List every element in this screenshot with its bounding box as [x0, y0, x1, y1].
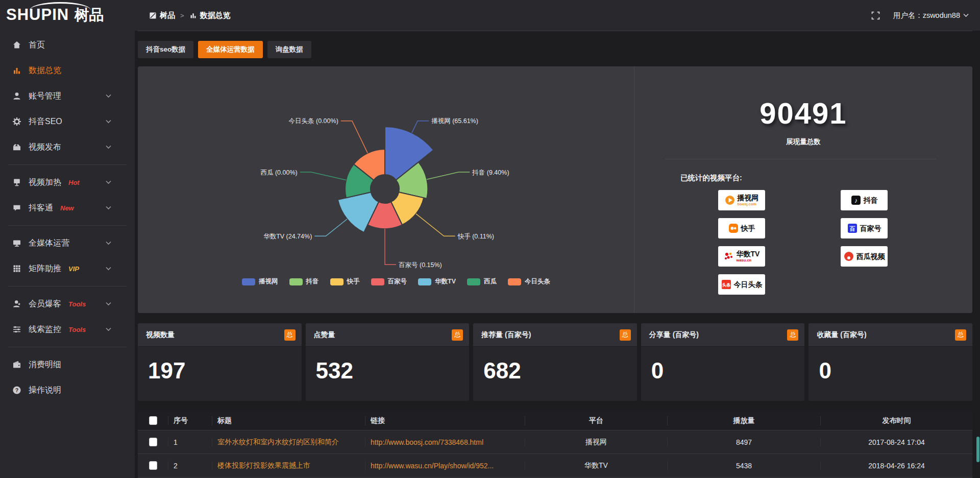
platform-badge-今日头条[interactable]: 头条今日头条 — [718, 274, 765, 295]
sidebar-item-2[interactable]: 数据总览 — [0, 58, 135, 83]
pie-label: 华数TV (24.74%) — [263, 233, 312, 240]
wasu-burst-icon — [724, 251, 734, 261]
legend-label: 华数TV — [435, 277, 456, 286]
sidebar-item-11[interactable]: 线索监控Tools — [0, 317, 135, 342]
baijiahao-icon: 百 — [847, 223, 857, 233]
cell-time: 2017-08-24 17:04 — [821, 438, 972, 446]
svg-text:?: ? — [15, 387, 18, 393]
select-all-cell — [138, 416, 168, 425]
total-badge[interactable]: 总 — [787, 329, 798, 341]
stat-card-value: 682 — [473, 347, 637, 384]
sidebar-item-4[interactable]: 抖音SEO — [0, 109, 135, 134]
pie-label: 抖音 (9.40%) — [472, 169, 509, 176]
stat-card-value: 197 — [138, 347, 302, 384]
sidebar-item-13[interactable]: ?操作说明 — [0, 377, 135, 403]
sliders-icon — [12, 325, 21, 334]
select-all-checkbox[interactable] — [149, 416, 157, 425]
platform-subtext: boosj.com — [738, 202, 757, 206]
platforms-grid: 播视网boosj.com♪抖音快手百百家号华数TVwasu.cn西瓜视频头条今日… — [718, 190, 972, 295]
sidebar-item-6[interactable]: 视频加热Hot — [0, 170, 135, 195]
legend-item-华数TV[interactable]: 华数TV — [418, 277, 456, 286]
legend-item-快手[interactable]: 快手 — [330, 277, 360, 286]
legend-label: 抖音 — [306, 277, 319, 286]
toutiao-icon: 头条 — [721, 279, 731, 290]
chevron-down-icon — [106, 327, 111, 331]
stat-card-header: 分享量 (百家号)总 — [641, 323, 805, 347]
cell-title-link[interactable]: 楼体投影灯投影效果震撼上市 — [212, 461, 365, 470]
pie-label-line — [314, 219, 347, 236]
svg-text:百: 百 — [849, 226, 855, 232]
stat-card-header: 点赞量总 — [306, 323, 470, 347]
legend-item-百家号[interactable]: 百家号 — [371, 277, 407, 286]
col-header-plays: 播放量 — [668, 416, 821, 425]
sidebar-item-9[interactable]: 矩阵助推VIP — [0, 256, 135, 281]
breadcrumb-separator: > — [180, 12, 184, 19]
user-menu[interactable]: 用户名：zswodun88 — [893, 11, 969, 20]
sidebar-item-7[interactable]: 抖客通New — [0, 195, 135, 221]
header-divider — [138, 31, 972, 31]
total-badge[interactable]: 总 — [452, 329, 463, 341]
platform-badge-百家号[interactable]: 百百家号 — [841, 218, 888, 238]
legend-item-播视网[interactable]: 播视网 — [242, 277, 278, 286]
legend-swatch — [371, 278, 384, 285]
row-checkbox[interactable] — [149, 438, 157, 446]
cell-url-link[interactable]: http://www.wasu.cn/Play/show/id/952... — [365, 462, 525, 470]
legend-swatch — [289, 278, 303, 285]
legend-label: 百家号 — [388, 277, 407, 286]
sidebar-item-label: 全媒体运营 — [29, 238, 69, 249]
wallet-icon — [12, 360, 21, 369]
legend-item-今日头条[interactable]: 今日头条 — [508, 277, 550, 286]
tab-3[interactable]: 询盘数据 — [267, 41, 311, 58]
cell-title-link[interactable]: 室外水纹灯和室内水纹灯的区别和简介 — [212, 438, 365, 447]
platform-name: 快手 — [741, 225, 755, 232]
sidebar-item-label: 操作说明 — [29, 385, 61, 396]
breadcrumb-home[interactable]: 树品 — [149, 11, 175, 20]
total-badge[interactable]: 总 — [620, 329, 631, 341]
row-checkbox[interactable] — [149, 461, 157, 470]
total-badge[interactable]: 总 — [955, 329, 966, 341]
platform-badge-西瓜视频[interactable]: 西瓜视频 — [841, 246, 888, 267]
legend-item-西瓜[interactable]: 西瓜 — [467, 277, 497, 286]
chevron-down-icon — [106, 206, 111, 210]
topbar-right: 用户名：zswodun88 — [871, 11, 969, 20]
sidebar-item-1[interactable]: 首页 — [0, 32, 135, 58]
chevron-down-icon — [963, 13, 969, 17]
sidebar-item-badge: Tools — [68, 300, 86, 308]
fullscreen-icon[interactable] — [871, 11, 880, 20]
sidebar-item-8[interactable]: 全媒体运营 — [0, 230, 135, 256]
legend-label: 播视网 — [259, 277, 278, 286]
sidebar-divider — [8, 286, 127, 286]
question-icon: ? — [12, 386, 21, 395]
sidebar-item-badge: Hot — [68, 179, 80, 186]
platform-badge-播视网[interactable]: 播视网boosj.com — [718, 190, 765, 210]
platform-share-chart: 播视网 (65.61%)抖音 (9.40%)快手 (0.11%)百家号 (0.1… — [138, 66, 634, 313]
platform-name: 抖音 — [864, 197, 878, 204]
breadcrumb-current[interactable]: 数据总览 — [189, 11, 231, 20]
cell-no: 1 — [168, 438, 212, 446]
chevron-down-icon — [106, 94, 111, 98]
platform-badge-抖音[interactable]: ♪抖音 — [841, 190, 888, 210]
user-icon — [12, 91, 21, 101]
sidebar-item-5[interactable]: 视频发布 — [0, 134, 135, 160]
main-content: 抖音seo数据全媒体运营数据询盘数据 播视网 (65.61%)抖音 (9.40%… — [135, 31, 980, 478]
platform-badge-快手[interactable]: 快手 — [718, 218, 765, 238]
total-badge[interactable]: 总 — [284, 329, 296, 341]
legend-item-抖音[interactable]: 抖音 — [289, 277, 319, 286]
scrollbar-thumb[interactable] — [976, 437, 979, 462]
sidebar-item-3[interactable]: 账号管理 — [0, 83, 135, 109]
sidebar-item-10[interactable]: 会员爆客Tools — [0, 291, 135, 317]
pie-label: 西瓜 (0.00%) — [260, 169, 297, 176]
platform-badge-华数TV[interactable]: 华数TVwasu.cn — [718, 246, 765, 267]
shupin-square-icon — [149, 12, 157, 19]
tab-1[interactable]: 抖音seo数据 — [138, 41, 193, 58]
stat-card-label: 收藏量 (百家号) — [817, 330, 866, 340]
sidebar-item-12[interactable]: 消费明细 — [0, 352, 135, 377]
tab-2[interactable]: 全媒体运营数据 — [198, 41, 263, 58]
chevron-down-icon — [106, 267, 111, 271]
chevron-down-icon — [106, 180, 111, 184]
monitor-icon — [12, 238, 21, 248]
breadcrumb: 树品 > 数据总览 — [149, 11, 231, 20]
stat-card-label: 视频数量 — [146, 330, 175, 340]
cell-url-link[interactable]: http://www.boosj.com/7338468.html — [365, 438, 525, 446]
legend-label: 快手 — [347, 277, 360, 286]
